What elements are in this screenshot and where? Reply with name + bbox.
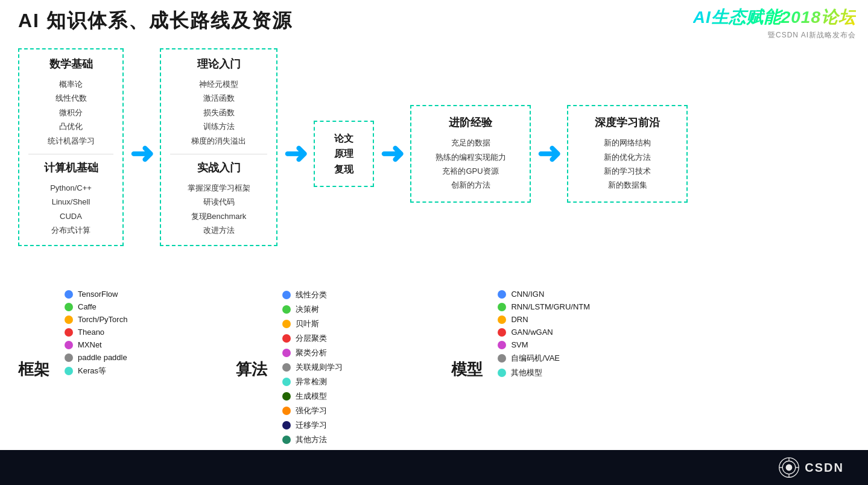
dot-icon bbox=[65, 341, 73, 349]
list-item: Caffe bbox=[65, 302, 127, 311]
dot-icon bbox=[282, 334, 291, 343]
arrow3: ➜ bbox=[374, 139, 410, 168]
dot-icon bbox=[282, 407, 291, 415]
paper-line: 原理 bbox=[334, 146, 353, 162]
framework-list: TensorFlowCaffeTorch/PyTorchTheanoMXNetp… bbox=[65, 290, 127, 380]
box-divider2 bbox=[170, 154, 267, 154]
algorithm-list: 线性分类决策树贝叶斯分层聚类聚类分析关联规则学习异常检测生成模型强化学习迁移学习… bbox=[282, 290, 343, 449]
deep-box: 深度学习前沿 新的网络结构新的优化方法新的学习技术新的数据集 bbox=[567, 105, 688, 203]
csdn-logo: CSDN bbox=[778, 457, 844, 478]
list-item: 其他方法 bbox=[282, 434, 343, 445]
list-item: SVM bbox=[498, 340, 590, 349]
theory-items: 神经元模型激活函数损失函数训练方法梯度的消失溢出 bbox=[170, 77, 267, 148]
item-label: Keras等 bbox=[78, 366, 106, 376]
math-item: 凸优化 bbox=[28, 119, 113, 133]
model-section: 模型 CNN/IGNRNN/LSTM/GRU/NTMDRNGAN/wGANSVM… bbox=[451, 290, 590, 449]
item-label: 分层聚类 bbox=[296, 333, 327, 344]
paper-line: 论文 bbox=[334, 131, 353, 147]
math-item: 概率论 bbox=[28, 77, 113, 91]
math-item: 微积分 bbox=[28, 106, 113, 119]
list-item: DRN bbox=[498, 315, 590, 324]
deep-item: 新的学习技术 bbox=[580, 164, 674, 178]
list-item: CNN/IGN bbox=[498, 290, 590, 299]
arrow1-icon: ➜ bbox=[130, 139, 154, 168]
dot-icon bbox=[282, 436, 291, 444]
math-item: 线性代数 bbox=[28, 91, 113, 105]
list-item: 分层聚类 bbox=[282, 333, 343, 344]
paper-box: 论文原理复现 bbox=[314, 121, 374, 188]
list-item: 决策树 bbox=[282, 304, 343, 315]
dot-icon bbox=[282, 291, 291, 299]
advanced-item: 充裕的GPU资源 bbox=[423, 164, 518, 178]
dot-icon bbox=[282, 378, 291, 386]
item-label: 线性分类 bbox=[296, 290, 327, 300]
list-item: 其他模型 bbox=[498, 367, 590, 378]
practice-item: 复现Benchmark bbox=[170, 209, 267, 223]
list-item: TensorFlow bbox=[65, 290, 127, 299]
model-label: 模型 bbox=[451, 359, 483, 380]
practice-item: 改进方法 bbox=[170, 223, 267, 237]
item-label: RNN/LSTM/GRU/NTM bbox=[511, 302, 590, 311]
logo-main-text: AI生态赋能2018论坛 bbox=[693, 6, 856, 29]
list-item: Theano bbox=[65, 328, 127, 337]
dot-icon bbox=[65, 303, 73, 311]
practice-item: 掌握深度学习框架 bbox=[170, 181, 267, 195]
item-label: 迁移学习 bbox=[296, 420, 327, 431]
theory-item: 激活函数 bbox=[170, 91, 267, 105]
item-label: DRN bbox=[511, 315, 528, 324]
list-item: MXNet bbox=[65, 340, 127, 349]
dot-icon bbox=[282, 349, 291, 357]
theory-item: 训练方法 bbox=[170, 119, 267, 133]
theory-item: 神经元模型 bbox=[170, 77, 267, 91]
bottom-bar: CSDN bbox=[0, 450, 868, 485]
computer-title: 计算机基础 bbox=[28, 160, 113, 175]
item-label: 异常检测 bbox=[296, 376, 327, 387]
computer-items: Python/C++Linux/ShellCUDA分布式计算 bbox=[28, 181, 113, 238]
list-item: paddle paddle bbox=[65, 353, 127, 362]
dot-icon bbox=[498, 290, 506, 299]
item-label: Theano bbox=[78, 328, 104, 337]
item-label: 关联规则学习 bbox=[296, 362, 343, 373]
advanced-title: 进阶经验 bbox=[423, 115, 518, 130]
math-item: 统计机器学习 bbox=[28, 134, 113, 148]
list-item: 贝叶斯 bbox=[282, 319, 343, 329]
dot-icon bbox=[498, 328, 506, 337]
algorithm-label: 算法 bbox=[236, 359, 267, 380]
flow-diagram: 数学基础 概率论线性代数微积分凸优化统计机器学习 计算机基础 Python/C+… bbox=[18, 48, 850, 277]
theory-title: 理论入门 bbox=[170, 57, 267, 71]
deep-item: 新的网络结构 bbox=[580, 136, 674, 150]
list-item: 强化学习 bbox=[282, 405, 343, 416]
item-label: 其他模型 bbox=[511, 367, 542, 378]
dot-icon bbox=[282, 320, 291, 328]
item-label: Caffe bbox=[78, 302, 97, 311]
theory-item: 梯度的消失溢出 bbox=[170, 134, 267, 148]
computer-item: 分布式计算 bbox=[28, 223, 113, 237]
dot-icon bbox=[282, 363, 291, 372]
theory-practice-box: 理论入门 神经元模型激活函数损失函数训练方法梯度的消失溢出 实战入门 掌握深度学… bbox=[160, 48, 277, 246]
practice-title: 实战入门 bbox=[170, 160, 267, 175]
item-label: paddle paddle bbox=[78, 353, 127, 362]
item-label: 贝叶斯 bbox=[296, 319, 319, 329]
bottom-legend: 框架 TensorFlowCaffeTorch/PyTorchTheanoMXN… bbox=[18, 290, 850, 449]
list-item: 生成模型 bbox=[282, 391, 343, 402]
computer-item: Python/C++ bbox=[28, 181, 113, 195]
csdn-icon-svg bbox=[778, 457, 800, 478]
arrow1: ➜ bbox=[124, 139, 160, 168]
dot-icon bbox=[65, 367, 73, 375]
computer-item: CUDA bbox=[28, 209, 113, 223]
dot-icon bbox=[498, 369, 506, 377]
practice-item: 研读代码 bbox=[170, 195, 267, 209]
item-label: 生成模型 bbox=[296, 391, 327, 402]
svg-point-2 bbox=[786, 464, 793, 471]
algorithm-section: 算法 线性分类决策树贝叶斯分层聚类聚类分析关联规则学习异常检测生成模型强化学习迁… bbox=[236, 290, 343, 449]
paper-lines: 论文原理复现 bbox=[334, 131, 353, 177]
dot-icon bbox=[282, 421, 291, 430]
deep-item: 新的数据集 bbox=[580, 178, 674, 192]
main-content: 数学基础 概率论线性代数微积分凸优化统计机器学习 计算机基础 Python/C+… bbox=[0, 42, 868, 449]
item-label: Torch/PyTorch bbox=[78, 315, 127, 324]
math-title: 数学基础 bbox=[28, 57, 113, 71]
box1-container: 数学基础 概率论线性代数微积分凸优化统计机器学习 计算机基础 Python/C+… bbox=[18, 48, 124, 246]
list-item: 线性分类 bbox=[282, 290, 343, 300]
list-item: 异常检测 bbox=[282, 376, 343, 387]
dot-icon bbox=[65, 290, 73, 299]
